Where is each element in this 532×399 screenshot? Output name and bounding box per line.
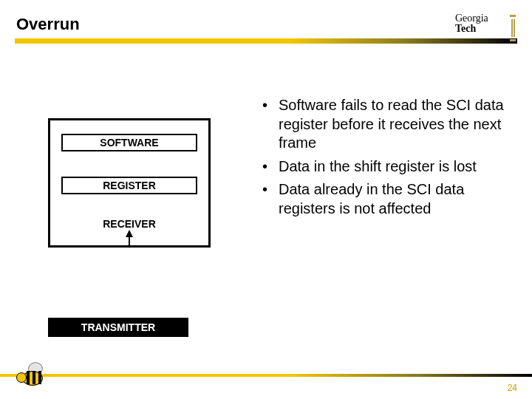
transmitter-label: TRANSMITTER bbox=[81, 321, 155, 333]
page-number: 24 bbox=[508, 383, 517, 393]
transmitter-bar: TRANSMITTER bbox=[48, 318, 188, 337]
georgia-tech-logo: Georgia Tech bbox=[455, 13, 516, 43]
title-bar: Overrun bbox=[15, 15, 517, 44]
logo-pillar-icon bbox=[510, 15, 516, 41]
slide-title: Overrun bbox=[16, 15, 517, 34]
bullet-text: Software fails to read the SCI data regi… bbox=[279, 97, 504, 151]
bullet-text: Data in the shift register is lost bbox=[279, 158, 477, 174]
logo-text: Georgia Tech bbox=[455, 13, 516, 34]
footer-divider bbox=[0, 374, 532, 377]
software-label: SOFTWARE bbox=[100, 137, 158, 149]
block-diagram: SOFTWARE REGISTER RECEIVER bbox=[48, 118, 211, 248]
register-box: REGISTER bbox=[61, 177, 197, 194]
receiver-label: RECEIVER bbox=[103, 218, 156, 230]
bullet-item: Data already in the SCI data registers i… bbox=[262, 180, 510, 218]
bee-mascot-icon bbox=[15, 362, 53, 395]
bullet-item: Software fails to read the SCI data regi… bbox=[262, 96, 510, 153]
logo-line-2: Tech bbox=[455, 24, 516, 34]
slide: Overrun Georgia Tech SOFTWARE REGISTER R… bbox=[0, 0, 532, 399]
register-label: REGISTER bbox=[103, 180, 156, 191]
title-underline-bar bbox=[15, 38, 517, 44]
bullet-item: Data in the shift register is lost bbox=[262, 157, 510, 177]
title-underline bbox=[15, 38, 517, 44]
bullet-list: Software fails to read the SCI data regi… bbox=[262, 96, 510, 223]
logo-line-1: Georgia bbox=[455, 13, 516, 24]
software-box: SOFTWARE bbox=[61, 134, 197, 151]
bullet-text: Data already in the SCI data registers i… bbox=[279, 181, 464, 216]
